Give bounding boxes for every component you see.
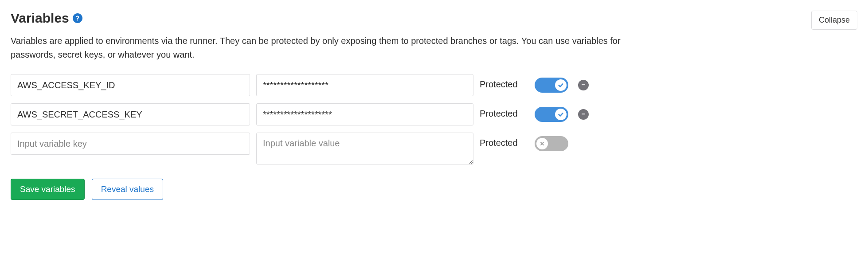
svg-rect-2	[582, 114, 585, 114]
variable-row: Protected	[11, 74, 857, 96]
check-icon	[555, 79, 567, 91]
minus-icon	[581, 110, 586, 118]
variable-value-input[interactable]	[256, 103, 473, 125]
variable-value-input[interactable]	[256, 74, 473, 96]
remove-variable-button[interactable]	[578, 80, 589, 90]
help-icon[interactable]	[73, 13, 82, 23]
protected-label: Protected	[480, 103, 528, 119]
variable-key-input[interactable]	[11, 103, 250, 125]
protected-toggle[interactable]	[535, 107, 568, 122]
variable-row: Protected	[11, 103, 857, 125]
reveal-values-button[interactable]: Reveal values	[92, 179, 163, 200]
remove-variable-button[interactable]	[578, 109, 589, 120]
variable-value-input[interactable]	[256, 133, 473, 164]
variable-key-input[interactable]	[11, 74, 250, 96]
protected-toggle[interactable]	[535, 136, 568, 151]
description-text: Variables are applied to environments vi…	[11, 34, 631, 62]
svg-rect-1	[582, 84, 585, 85]
variable-key-input[interactable]	[11, 133, 250, 155]
close-icon	[536, 138, 548, 149]
minus-icon	[581, 81, 586, 89]
protected-label: Protected	[480, 133, 528, 148]
check-icon	[555, 109, 567, 120]
page-title: Variables	[11, 11, 69, 26]
protected-toggle[interactable]	[535, 78, 568, 93]
protected-label: Protected	[480, 74, 528, 90]
collapse-button[interactable]: Collapse	[811, 11, 857, 30]
variable-row-new: Protected	[11, 133, 857, 164]
save-variables-button[interactable]: Save variables	[11, 179, 85, 200]
